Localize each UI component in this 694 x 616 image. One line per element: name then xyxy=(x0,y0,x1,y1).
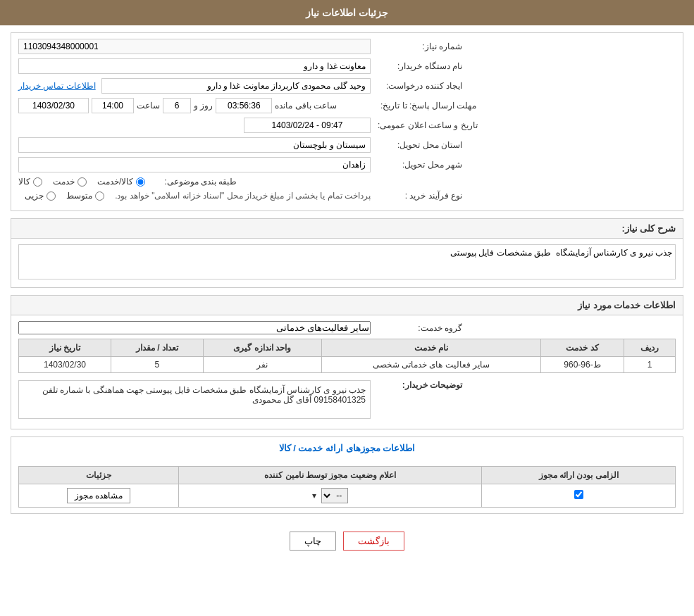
buyer-org-row: نام دستگاه خریدار: xyxy=(18,58,676,74)
col-license-details: جزئیات xyxy=(19,467,179,484)
need-description-header: شرح کلی نیاز: xyxy=(11,219,683,239)
category-label-kala-khedmat: کالا/خدمت xyxy=(97,177,133,187)
page-title: جزئیات اطلاعات نیاز xyxy=(306,7,388,18)
deadline-date-input xyxy=(18,98,89,113)
license-header-row: الزامی بودن ارائه مجوز اعلام وضعیت مجوز … xyxy=(19,467,676,484)
service-group-label: گروه خدمت: xyxy=(371,323,462,333)
category-radio-kala-khedmat: کالا/خدمت xyxy=(97,177,145,187)
category-radio-khedmat-input[interactable] xyxy=(78,177,87,187)
license-required-checkbox xyxy=(574,490,583,499)
main-info-section: شماره نیاز: نام دستگاه خریدار: ایجاد کنن… xyxy=(11,32,683,211)
days-label: روز و xyxy=(194,101,213,111)
category-radio-kala: کالا xyxy=(18,177,42,187)
purchase-type-label-medium: متوسط xyxy=(66,191,92,201)
category-radio-khedmat: خدمت xyxy=(53,177,87,187)
cell-service-name: سایر فعالیت های خدماتی شخصی xyxy=(321,357,541,373)
items-table-body: 1 ط-96-960 سایر فعالیت های خدماتی شخصی ن… xyxy=(19,357,676,373)
requester-contact-link[interactable]: اطلاعات تماس خریدار xyxy=(18,81,96,91)
items-table: ردیف کد خدمت نام خدمت واحد اندازه گیری ت… xyxy=(18,339,676,373)
deadline-label: مهلت ارسال پاسخ: تا تاریخ: xyxy=(373,101,476,111)
col-qty: تعداد / مقدار xyxy=(111,339,203,357)
cell-row-num: 1 xyxy=(624,357,675,373)
province-label: استان محل تحویل: xyxy=(371,140,462,150)
purchase-type-radio-partial-input[interactable] xyxy=(47,191,56,201)
license-body: الزامی بودن ارائه مجوز اعلام وضعیت مجوز … xyxy=(11,456,683,513)
buyer-desc-content: جذب نیرو ی کارشناس آزمایشگاه طبق مشخصات … xyxy=(18,380,371,419)
cell-service-code: ط-96-960 xyxy=(541,357,624,373)
col-service-code: کد خدمت xyxy=(541,339,624,357)
announce-label: تاریخ و ساعت اعلان عمومی: xyxy=(371,120,478,130)
license-details-cell: مشاهده مجوز xyxy=(19,484,179,508)
service-group-input xyxy=(18,321,371,334)
cell-date: 1403/02/30 xyxy=(19,357,111,373)
buyer-desc-row: توضیحات خریدار: جذب نیرو ی کارشناس آزمای… xyxy=(18,380,676,419)
need-number-row: شماره نیاز: xyxy=(18,39,676,54)
city-row: شهر محل تحویل: xyxy=(18,157,676,172)
col-license-status: اعلام وضعیت مجوز توسط نامین کننده xyxy=(178,467,481,484)
license-section: اطلاعات مجوزهای ارائه خدمت / کالا الزامی… xyxy=(11,436,683,514)
buyer-desc-section: توضیحات خریدار: جذب نیرو ی کارشناس آزمای… xyxy=(18,380,676,419)
city-input xyxy=(18,157,371,172)
requester-row: ایجاد کننده درخواست: اطلاعات تماس خریدار xyxy=(18,78,676,94)
purchase-type-label-partial: جزیی xyxy=(25,191,44,201)
need-number-label: شماره نیاز: xyxy=(371,42,462,51)
page-header: جزئیات اطلاعات نیاز xyxy=(0,0,694,25)
purchase-type-radio-partial: جزیی xyxy=(25,191,56,201)
buyer-desc-label: توضیحات خریدار: xyxy=(371,380,462,390)
services-header: اطلاعات خدمات مورد نیاز xyxy=(11,296,683,315)
need-description-section: شرح کلی نیاز: xyxy=(11,218,683,288)
col-license-required: الزامی بودن ارائه مجوز xyxy=(482,467,676,484)
purchase-type-options: پرداخت تمام یا بخشی از مبلغ خریداز محل "… xyxy=(18,191,371,201)
category-label: طبقه بندی موضوعی: xyxy=(145,177,237,187)
category-row: طبقه بندی موضوعی: کالا/خدمت خدمت کالا xyxy=(18,177,676,187)
time-label: ساعت xyxy=(137,101,160,111)
services-body: گروه خدمت: ردیف کد خدمت نام خدمت واحد ان… xyxy=(11,315,683,429)
purchase-type-note: پرداخت تمام یا بخشی از مبلغ خریداز محل "… xyxy=(115,191,371,201)
category-radio-group: کالا/خدمت خدمت کالا xyxy=(18,177,145,187)
deadline-row: مهلت ارسال پاسخ: تا تاریخ: ساعت باقی مان… xyxy=(18,98,676,113)
license-status-select[interactable]: -- xyxy=(321,488,348,503)
city-label: شهر محل تحویل: xyxy=(371,160,462,170)
service-group-row: گروه خدمت: xyxy=(18,321,676,334)
need-description-body xyxy=(11,239,683,287)
requester-input xyxy=(101,78,371,94)
need-description-label: شرح کلی نیاز: xyxy=(621,223,676,234)
col-unit: واحد اندازه گیری xyxy=(203,339,321,357)
buyer-org-input xyxy=(18,58,371,74)
print-button[interactable]: چاپ xyxy=(290,532,336,551)
buyer-desc-box: جذب نیرو ی کارشناس آزمایشگاه طبق مشخصات … xyxy=(18,380,371,419)
category-radio-kala-khedmat-input[interactable] xyxy=(136,177,145,187)
deadline-time-input xyxy=(92,98,134,113)
need-number-input xyxy=(18,39,371,54)
items-table-header: ردیف کد خدمت نام خدمت واحد اندازه گیری ت… xyxy=(19,339,676,357)
category-radio-kala-input[interactable] xyxy=(33,177,42,187)
cell-qty: 5 xyxy=(111,357,203,373)
remaining-time-label: ساعت باقی مانده xyxy=(275,101,337,111)
purchase-type-radio-medium: متوسط xyxy=(66,191,104,201)
view-license-button[interactable]: مشاهده مجوز xyxy=(67,488,130,503)
items-table-header-row: ردیف کد خدمت نام خدمت واحد اندازه گیری ت… xyxy=(19,339,676,357)
services-section: اطلاعات خدمات مورد نیاز گروه خدمت: ردیف … xyxy=(11,295,683,429)
col-row-num: ردیف xyxy=(624,339,675,357)
license-status-cell: -- ▾ xyxy=(178,484,481,508)
license-row: -- ▾ مشاهده مجوز xyxy=(19,484,676,508)
remaining-time-input xyxy=(216,98,272,113)
purchase-type-row: نوع فرآیند خرید : پرداخت تمام یا بخشی از… xyxy=(18,191,676,201)
need-description-textarea[interactable] xyxy=(18,244,676,279)
category-label-khedmat: خدمت xyxy=(53,177,75,187)
chevron-down-icon: ▾ xyxy=(312,491,316,501)
buyer-org-label: نام دستگاه خریدار: xyxy=(371,61,462,71)
license-table-body: -- ▾ مشاهده مجوز xyxy=(19,484,676,508)
requester-label: ایجاد کننده درخواست: xyxy=(371,81,462,91)
purchase-type-radio-medium-input[interactable] xyxy=(95,191,104,201)
announce-input xyxy=(244,118,371,133)
license-section-title: اطلاعات مجوزهای ارائه خدمت / کالا xyxy=(11,437,683,456)
days-input xyxy=(163,98,191,113)
col-date: تاریخ نیاز xyxy=(19,339,111,357)
back-button[interactable]: بازگشت xyxy=(343,532,404,551)
province-input xyxy=(18,137,371,153)
services-info-label: اطلاعات خدمات مورد نیاز xyxy=(578,300,676,310)
purchase-type-label: نوع فرآیند خرید : xyxy=(371,191,462,201)
province-row: استان محل تحویل: xyxy=(18,137,676,153)
announce-row: تاریخ و ساعت اعلان عمومی: xyxy=(18,118,676,133)
